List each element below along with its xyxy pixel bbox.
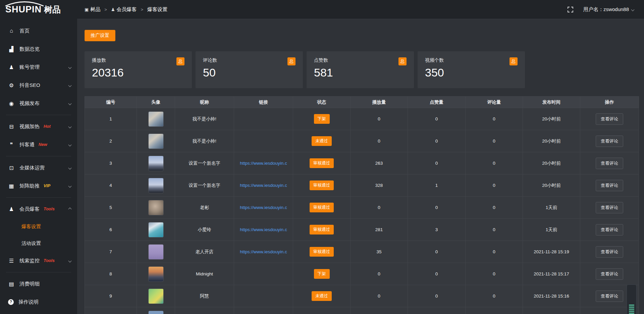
- video-link[interactable]: https://www.iesdouyin.c: [234, 161, 293, 166]
- cell-avatar: [137, 263, 175, 285]
- sidebar-item-7[interactable]: ❞抖客通New: [0, 136, 77, 154]
- video-link[interactable]: https://www.iesdouyin.c: [234, 205, 293, 210]
- cell-nickname: 老彬: [175, 197, 234, 219]
- view-comments-button[interactable]: 查看评论: [596, 113, 623, 125]
- sidebar-item-label: 抖音SEO: [19, 82, 40, 89]
- cell-id: 1: [85, 108, 137, 130]
- sidebar-item-1[interactable]: ▟数据总览: [0, 40, 77, 58]
- breadcrumb: ▣树品>♟会员爆客>爆客设置: [85, 6, 167, 13]
- sidebar-item-16[interactable]: ?操作说明: [0, 293, 77, 311]
- sidebar-item-3[interactable]: ⚙抖音SEO: [0, 76, 77, 94]
- sidebar-subitem[interactable]: 爆客设置: [0, 218, 77, 235]
- view-comments-button[interactable]: 查看评论: [596, 202, 623, 213]
- view-comments-button[interactable]: 查看评论: [596, 268, 623, 280]
- table-row: 9阿慧未通过0002021-11-28 15:16查看评论: [85, 285, 639, 307]
- sidebar-item-4[interactable]: ◉视频发布: [0, 94, 77, 112]
- column-header: 编号: [85, 97, 137, 108]
- video-camera-icon: ◉: [8, 100, 15, 107]
- cell-avatar: [137, 152, 175, 174]
- status-badge[interactable]: 审核通过: [310, 180, 334, 190]
- cell-link: https://www.iesdouyin.c: [234, 197, 293, 219]
- cell-plays: 0: [351, 285, 408, 307]
- cell-id: 6: [85, 219, 137, 241]
- sidebar-item-2[interactable]: ♟账号管理: [0, 58, 77, 76]
- table-header-row: 编号头像昵称链接状态播放量点赞量评论量发布时间操作: [85, 97, 639, 108]
- sidebar-item-15[interactable]: ▤消费明细: [0, 275, 77, 293]
- sidebar-item-label: 首页: [19, 28, 30, 34]
- cell-comments: 0: [466, 152, 523, 174]
- total-badge: 总: [509, 57, 518, 65]
- breadcrumb-item[interactable]: ♟会员爆客: [111, 6, 137, 13]
- dashboard-icon: ▣: [85, 7, 89, 12]
- cell-time: [523, 307, 580, 314]
- cell-time: 20小时前: [523, 152, 580, 174]
- cell-avatar: [137, 241, 175, 263]
- view-comments-button[interactable]: 查看评论: [596, 136, 623, 147]
- status-badge[interactable]: 下架: [314, 269, 330, 279]
- cell-plays: 281: [351, 219, 408, 241]
- member-icon: ♟: [8, 206, 15, 212]
- cell-nickname: 设置一个新名字: [175, 152, 234, 174]
- cell-plays: 0: [351, 130, 408, 152]
- cell-action: 查看评论: [580, 197, 639, 219]
- app-logo[interactable]: SHUPIN 树品: [0, 0, 77, 19]
- status-badge[interactable]: 未通过: [312, 136, 332, 146]
- column-header: 点赞量: [408, 97, 466, 108]
- status-badge[interactable]: 审核通过: [310, 158, 334, 168]
- video-link[interactable]: https://www.iesdouyin.c: [234, 249, 293, 254]
- video-link[interactable]: https://www.iesdouyin.c: [234, 227, 293, 232]
- sidebar-item-13[interactable]: ☰线索监控Tools: [0, 252, 77, 270]
- sidebar-item-label: 全媒体运营: [19, 165, 45, 171]
- breadcrumb-item[interactable]: ▣树品: [85, 6, 100, 13]
- stat-card: 评论数总50: [196, 51, 303, 88]
- sidebar-item-10[interactable]: ▦矩阵助推VIP: [0, 177, 77, 195]
- cell-likes: 0: [408, 197, 466, 219]
- column-header: 状态: [293, 97, 351, 108]
- avatar: [148, 178, 164, 193]
- status-badge[interactable]: 审核通过: [310, 247, 334, 257]
- sidebar-divider: [6, 197, 71, 198]
- status-badge[interactable]: 审核通过: [310, 203, 334, 212]
- view-comments-button[interactable]: 查看评论: [596, 180, 623, 191]
- cell-avatar: [137, 197, 175, 219]
- user-dropdown[interactable]: 用户名：zswodun88: [583, 6, 634, 13]
- sidebar-menu: ⌂首页▟数据总览♟账号管理⚙抖音SEO◉视频发布⊟视频加热Hot❞抖客通New⊡…: [0, 19, 77, 311]
- widget-bar: [629, 309, 634, 310]
- cell-comments: 0: [466, 197, 523, 219]
- cell-comments: 0: [466, 285, 523, 307]
- cell-avatar: [137, 285, 175, 307]
- sidebar-item-12[interactable]: ♟会员爆客Tools: [0, 200, 77, 218]
- view-comments-button[interactable]: 查看评论: [596, 158, 623, 169]
- view-comments-button[interactable]: 查看评论: [596, 246, 623, 258]
- cell-avatar: [137, 219, 175, 241]
- sidebar-item-6[interactable]: ⊟视频加热Hot: [0, 117, 77, 136]
- status-badge[interactable]: 未通过: [312, 291, 332, 301]
- table-row: 10: [85, 307, 639, 314]
- status-badge[interactable]: 审核通过: [310, 225, 334, 234]
- cell-comments: 0: [466, 263, 523, 285]
- cell-time: 2021-11-28 15:16: [523, 285, 580, 307]
- stats-row: 播放数总20316评论数总50点赞数总581视频个数总350: [85, 51, 632, 88]
- table-row: 1我不是小帅!下架00020小时前查看评论: [85, 108, 639, 130]
- sidebar-item-0[interactable]: ⌂首页: [0, 22, 77, 40]
- promo-settings-button[interactable]: 推广设置: [85, 30, 115, 41]
- video-link[interactable]: https://www.iesdouyin.c: [234, 183, 293, 188]
- sidebar-subitem[interactable]: 活动设置: [0, 235, 77, 252]
- avatar: [148, 134, 164, 149]
- sidebar-item-label: 视频发布: [19, 100, 40, 107]
- sidebar-badge: Tools: [44, 258, 55, 263]
- stat-value: 50: [203, 66, 296, 79]
- column-header: 评论量: [466, 97, 523, 108]
- cell-id: 5: [85, 197, 137, 219]
- wallet-icon: ▤: [8, 281, 15, 287]
- sidebar-item-9[interactable]: ⊡全媒体运营: [0, 159, 77, 177]
- cell-plays: [351, 307, 408, 314]
- floating-widget[interactable]: [627, 284, 637, 314]
- view-comments-button[interactable]: 查看评论: [596, 224, 623, 235]
- stat-value: 581: [314, 66, 407, 79]
- view-comments-button[interactable]: 查看评论: [596, 291, 623, 302]
- table-row: 8Midnight下架0002021-11-28 15:17查看评论: [85, 263, 639, 285]
- table-row: 6小爱玲https://www.iesdouyin.c审核通过281301天前查…: [85, 219, 639, 241]
- fullscreen-icon[interactable]: [568, 7, 573, 12]
- status-badge[interactable]: 下架: [314, 114, 330, 124]
